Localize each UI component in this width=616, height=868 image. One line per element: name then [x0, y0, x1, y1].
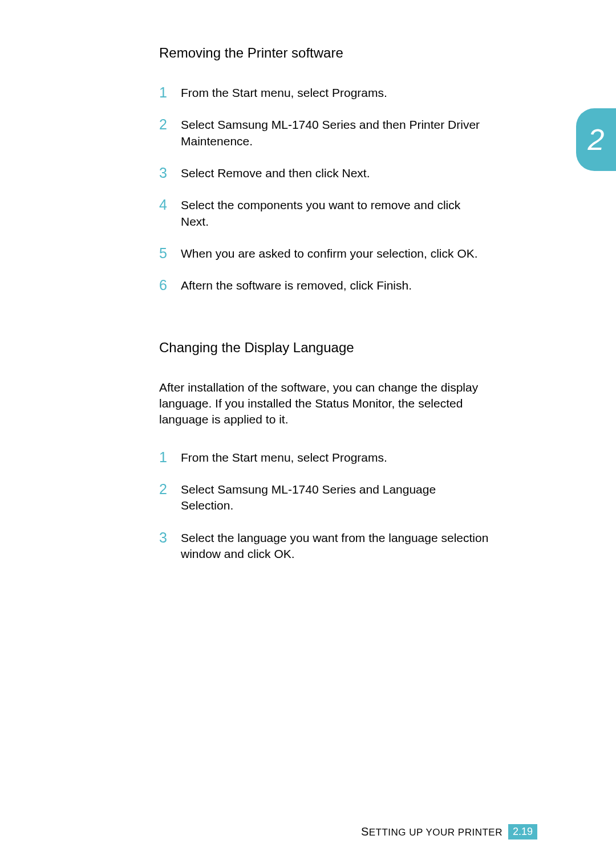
- bold-text: Next: [181, 215, 205, 228]
- footer-label-cap: S: [361, 825, 369, 838]
- section-changing-language: Changing the Display Language After inst…: [159, 340, 490, 563]
- bold-text: Samsung ML-1740 Series: [217, 118, 356, 131]
- steps-list-language: 1From the Start menu, select Programs.2S…: [159, 450, 490, 563]
- chapter-tab: 2: [576, 108, 616, 171]
- step-item: 2Select Samsung ML-1740 Series and then …: [159, 117, 490, 149]
- step-number: 2: [159, 480, 167, 499]
- body-text: .: [384, 451, 387, 464]
- section-title-removing: Removing the Printer software: [159, 45, 490, 61]
- body-text: and: [356, 483, 383, 496]
- body-text: .: [230, 499, 233, 512]
- bold-text: Next: [342, 166, 367, 180]
- body-text: .: [475, 247, 478, 260]
- body-text: .: [367, 166, 370, 180]
- footer-label-rest: ETTING UP YOUR PRINTER: [369, 827, 502, 838]
- step-number: 1: [159, 83, 167, 103]
- body-text: When you are asked to confirm your selec…: [181, 247, 457, 260]
- step-number: 4: [159, 195, 167, 215]
- bold-text: Programs: [332, 86, 384, 99]
- step-item: 3Select Remove and then click Next.: [159, 165, 490, 181]
- step-item: 2Select Samsung ML-1740 Series and Langu…: [159, 482, 490, 514]
- page-footer: SETTING UP YOUR PRINTER 2.19: [361, 824, 537, 840]
- bold-text: Remove: [217, 166, 262, 180]
- step-item: 1From the Start menu, select Programs.: [159, 450, 490, 466]
- step-item: 4Select the components you want to remov…: [159, 197, 490, 230]
- body-text: menu, select: [257, 451, 332, 464]
- page-content: Removing the Printer software 1From the …: [159, 45, 490, 578]
- body-text: .: [408, 279, 412, 292]
- body-text: Select the language you want from the la…: [181, 531, 488, 560]
- body-text: and then click: [262, 166, 342, 180]
- bold-text: OK: [274, 547, 291, 560]
- step-number: 3: [159, 164, 167, 183]
- section-title-language: Changing the Display Language: [159, 340, 490, 356]
- footer-label: SETTING UP YOUR PRINTER: [361, 825, 502, 838]
- section-intro: After installation of the software, you …: [159, 380, 490, 428]
- body-text: .: [249, 135, 253, 148]
- bold-text: Start: [232, 451, 257, 464]
- page: 2 Removing the Printer software 1From th…: [0, 0, 616, 868]
- step-number: 1: [159, 448, 167, 467]
- bold-text: Programs: [332, 451, 384, 464]
- step-item: 1From the Start menu, select Programs.: [159, 85, 490, 101]
- body-text: menu, select: [257, 86, 332, 99]
- step-number: 2: [159, 115, 167, 135]
- body-text: Select: [181, 118, 217, 131]
- body-text: .: [384, 86, 387, 99]
- body-text: From the: [181, 86, 232, 99]
- body-text: Aftern the software is removed, click: [181, 279, 376, 292]
- body-text: .: [291, 547, 295, 560]
- footer-page-number: 2.19: [508, 824, 537, 840]
- bold-text: Start: [232, 86, 257, 99]
- step-number: 3: [159, 528, 167, 548]
- body-text: Select the components you want to remove…: [181, 198, 460, 211]
- chapter-number: 2: [588, 123, 605, 157]
- body-text: Select: [181, 166, 217, 180]
- body-text: From the: [181, 451, 232, 464]
- body-text: and then: [356, 118, 409, 131]
- step-item: 6Aftern the software is removed, click F…: [159, 278, 490, 294]
- step-item: 3Select the language you want from the l…: [159, 530, 490, 563]
- bold-text: OK: [457, 247, 474, 260]
- step-item: 5When you are asked to confirm your sele…: [159, 246, 490, 262]
- step-number: 5: [159, 244, 167, 263]
- bold-text: Samsung ML-1740 Series: [217, 483, 356, 496]
- body-text: .: [205, 215, 209, 228]
- bold-text: Finish: [376, 279, 408, 292]
- step-number: 6: [159, 276, 167, 295]
- steps-list-removing: 1From the Start menu, select Programs.2S…: [159, 85, 490, 294]
- body-text: Select: [181, 483, 217, 496]
